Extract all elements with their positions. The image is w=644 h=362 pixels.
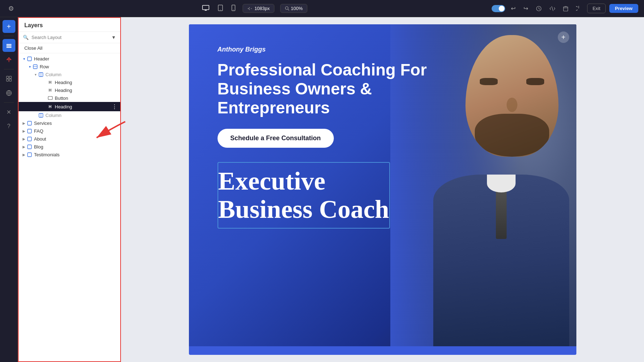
svg-rect-25 xyxy=(28,129,31,133)
expand-arrow: ▾ xyxy=(21,57,26,61)
theme-toggle[interactable] xyxy=(492,5,505,12)
layer-item-heading3[interactable]: H Heading ⋮ xyxy=(19,102,120,111)
layer-item-row[interactable]: ▾ Row xyxy=(19,63,120,70)
layers-tree: ▾ Header ▾ Row ▾ xyxy=(19,53,120,361)
svg-point-5 xyxy=(285,7,288,10)
svg-point-4 xyxy=(233,9,234,10)
zoom-value: 100% xyxy=(291,6,303,11)
layer-item-about[interactable]: ▶ About xyxy=(19,135,120,143)
layers-search-bar: 🔍 ▼ xyxy=(19,32,120,43)
hero-cta-button[interactable]: Schedule a Free Consultation xyxy=(218,129,334,148)
button-icon xyxy=(47,95,53,101)
responsive-button[interactable] xyxy=(547,4,557,13)
search-icon: 🔍 xyxy=(23,35,29,40)
layer-item-column1[interactable]: ▾ Column xyxy=(19,70,120,78)
hero-section: Anthony Briggs Professional Coaching For… xyxy=(189,24,576,346)
topbar-left: ⚙ xyxy=(6,3,16,14)
layers-icon-button[interactable] xyxy=(3,39,15,52)
preview-button[interactable]: Preview xyxy=(609,4,638,13)
desktop-device-button[interactable] xyxy=(201,4,211,14)
svg-rect-8 xyxy=(6,44,11,45)
layer-label-column1: Column xyxy=(45,72,120,77)
filter-icon[interactable]: ▼ xyxy=(111,35,116,40)
svg-rect-16 xyxy=(28,57,31,61)
widgets-button[interactable] xyxy=(3,72,15,85)
layer-label-heading1: Heading xyxy=(55,80,120,85)
undo-button[interactable]: ↩ xyxy=(509,4,518,13)
viewport-value: 1083px xyxy=(254,6,270,11)
layers-panel: Layers 🔍 ▼ Close All ▾ Header ▾ xyxy=(18,17,121,362)
layer-item-faq[interactable]: ▶ FAQ xyxy=(19,127,120,135)
close-all-button[interactable]: Close All xyxy=(19,43,120,53)
layer-item-blog[interactable]: ▶ Blog xyxy=(19,143,120,151)
layer-label-button: Button xyxy=(55,96,120,101)
settings-button[interactable]: ⚙ xyxy=(6,3,16,14)
exit-button[interactable]: Exit xyxy=(587,4,606,13)
box-icon xyxy=(26,128,32,134)
history-button[interactable] xyxy=(534,4,544,13)
power-button[interactable] xyxy=(574,4,584,13)
icon-bar: + ✕ ? xyxy=(0,17,18,362)
layer-label-heading3: Heading xyxy=(55,104,111,109)
box-icon xyxy=(26,136,32,142)
tablet-device-button[interactable] xyxy=(216,3,224,14)
svg-rect-14 xyxy=(9,79,11,81)
search-input[interactable] xyxy=(31,35,108,40)
hero-subtitle: ExecutiveBusiness Coach xyxy=(218,167,389,224)
topbar-center: 1083px 100% xyxy=(201,3,307,14)
svg-rect-24 xyxy=(28,121,31,125)
hero-selected-element[interactable]: ExecutiveBusiness Coach xyxy=(218,162,390,229)
layers-title: Layers xyxy=(19,18,120,32)
svg-rect-28 xyxy=(28,153,31,157)
more-options-icon[interactable]: ⋮ xyxy=(111,103,118,110)
hero-name: Anthony Briggs xyxy=(218,46,439,53)
layer-item-button[interactable]: Button xyxy=(19,94,120,102)
expand-arrow: ▶ xyxy=(21,137,26,141)
expand-arrow: ▶ xyxy=(21,121,26,125)
help-button[interactable]: ? xyxy=(3,120,15,133)
svg-point-2 xyxy=(220,9,221,10)
column-icon xyxy=(38,72,44,77)
svg-rect-7 xyxy=(564,7,568,11)
layer-item-heading1[interactable]: H Heading xyxy=(19,78,120,86)
layer-label-row: Row xyxy=(40,64,120,69)
layer-item-services[interactable]: ▶ Services xyxy=(19,119,120,127)
hero-content: Anthony Briggs Professional Coaching For… xyxy=(218,46,439,229)
expand-arrow: ▾ xyxy=(27,65,32,69)
svg-rect-21 xyxy=(48,97,52,100)
layer-item-column2[interactable]: Column xyxy=(19,111,120,119)
box-icon xyxy=(26,56,32,62)
zoom-display: 100% xyxy=(280,4,307,13)
svg-rect-12 xyxy=(9,76,11,78)
viewport-size-display: 1083px xyxy=(243,4,274,13)
add-element-button[interactable]: + xyxy=(3,20,15,33)
elements-icon-button[interactable] xyxy=(3,53,15,66)
svg-rect-10 xyxy=(6,47,11,48)
topbar-right: ↩ ↪ Exit Preview xyxy=(492,4,638,13)
box-icon xyxy=(26,120,32,126)
global-button[interactable] xyxy=(3,87,15,99)
heading-icon: H xyxy=(47,104,53,109)
hero-title: Professional Coaching For Business Owner… xyxy=(218,60,439,117)
layer-label-blog: Blog xyxy=(34,144,120,150)
mobile-device-button[interactable] xyxy=(230,3,237,14)
canvas-area[interactable]: Anthony Briggs Professional Coaching For… xyxy=(121,17,644,362)
row-icon xyxy=(32,64,38,69)
layer-item-header[interactable]: ▾ Header xyxy=(19,55,120,63)
layer-label-testimonials: Testimonials xyxy=(34,152,120,157)
layer-item-testimonials[interactable]: ▶ Testimonials xyxy=(19,151,120,158)
delete-button[interactable] xyxy=(561,4,570,13)
layer-label-heading2: Heading xyxy=(55,88,120,93)
expand-arrow: ▶ xyxy=(21,153,26,157)
settings-icon-button[interactable]: ✕ xyxy=(3,106,15,118)
redo-button[interactable]: ↪ xyxy=(521,4,530,13)
expand-arrow: ▶ xyxy=(21,145,26,149)
column-icon xyxy=(38,112,44,118)
svg-rect-9 xyxy=(6,45,11,47)
add-section-button[interactable]: + xyxy=(558,31,569,43)
topbar: ⚙ 1083px 100% ↩ ↪ xyxy=(0,0,644,17)
layer-label-services: Services xyxy=(34,121,120,126)
layer-label-column2: Column xyxy=(45,113,120,118)
layer-item-heading2[interactable]: H Heading xyxy=(19,86,120,94)
svg-rect-26 xyxy=(28,137,31,141)
